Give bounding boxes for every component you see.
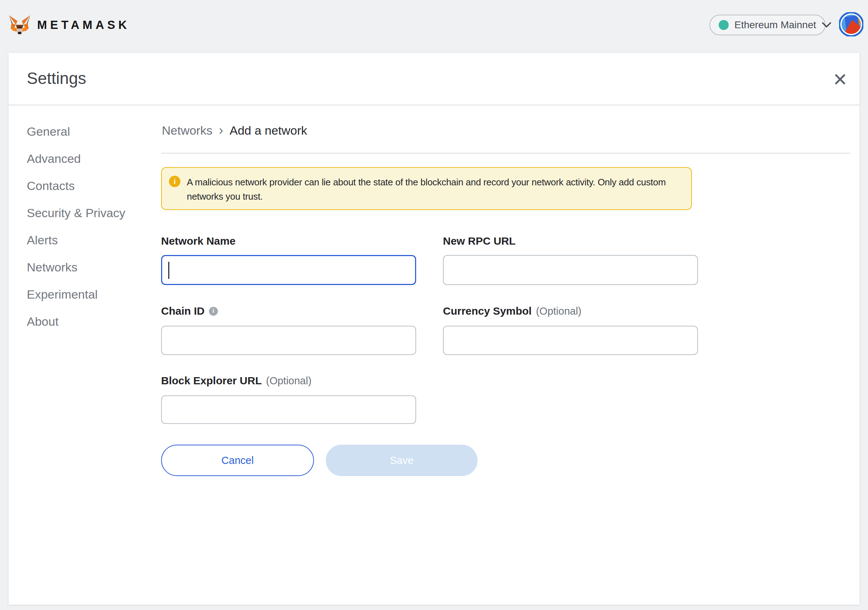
new-rpc-url-input[interactable] [443,255,698,285]
save-button[interactable]: Save [326,444,477,476]
breadcrumb-current: Add a network [230,124,307,138]
fox-icon [9,15,31,36]
breadcrumb-networks[interactable]: Networks [162,124,212,138]
app-header: METAMASK Ethereum Mainnet [0,0,868,53]
chain-id-input[interactable] [161,326,416,355]
account-avatar[interactable] [839,12,863,36]
sidebar-item-about[interactable]: About [27,308,145,335]
brand-wordmark: METAMASK [37,18,130,32]
currency-symbol-label-text: Currency Symbol [443,305,532,317]
breadcrumb: Networks › Add a network [162,123,307,138]
currency-symbol-input[interactable] [443,326,698,355]
currency-symbol-label: Currency Symbol (Optional) [443,305,581,317]
new-rpc-url-label: New RPC URL [443,235,515,247]
sidebar-item-general[interactable]: General [27,118,145,145]
chain-id-label: Chain ID i [161,305,218,317]
breadcrumb-divider [161,153,850,153]
network-name-label: Network Name [161,235,236,247]
new-rpc-url-label-text: New RPC URL [443,235,515,247]
network-name-label-text: Network Name [161,235,236,247]
sidebar-item-alerts[interactable]: Alerts [27,226,145,254]
info-icon: i [169,176,180,187]
warning-banner: i A malicious network provider can lie a… [161,167,692,210]
block-explorer-url-input[interactable] [161,395,416,424]
settings-modal: Settings General Advanced Contacts Secur… [9,53,859,605]
page-title: Settings [27,68,86,88]
currency-symbol-optional: (Optional) [536,305,581,317]
sidebar-item-experimental[interactable]: Experimental [27,281,145,308]
sidebar-item-advanced[interactable]: Advanced [27,145,145,172]
metamask-logo[interactable]: METAMASK [9,11,130,39]
network-status-dot [719,20,729,30]
warning-text: A malicious network provider can lie abo… [187,175,681,204]
sidebar-item-networks[interactable]: Networks [27,254,145,281]
chain-id-info-icon[interactable]: i [209,307,218,316]
close-icon[interactable] [833,72,847,87]
settings-sidebar: General Advanced Contacts Security & Pri… [27,118,145,335]
network-name-input[interactable] [161,255,416,285]
block-explorer-url-label: Block Explorer URL (Optional) [161,375,312,387]
sidebar-item-security[interactable]: Security & Privacy [27,199,145,226]
breadcrumb-separator-icon: › [218,123,224,138]
sidebar-item-contacts[interactable]: Contacts [27,172,145,199]
text-cursor [168,262,169,279]
network-selector-label: Ethereum Mainnet [735,19,816,31]
title-divider [9,105,859,105]
cancel-button[interactable]: Cancel [161,444,314,476]
block-explorer-url-optional: (Optional) [266,375,312,387]
chain-id-label-text: Chain ID [161,305,205,317]
block-explorer-url-label-text: Block Explorer URL [161,375,262,387]
chevron-down-icon [822,22,831,28]
network-selector[interactable]: Ethereum Mainnet [709,15,826,36]
